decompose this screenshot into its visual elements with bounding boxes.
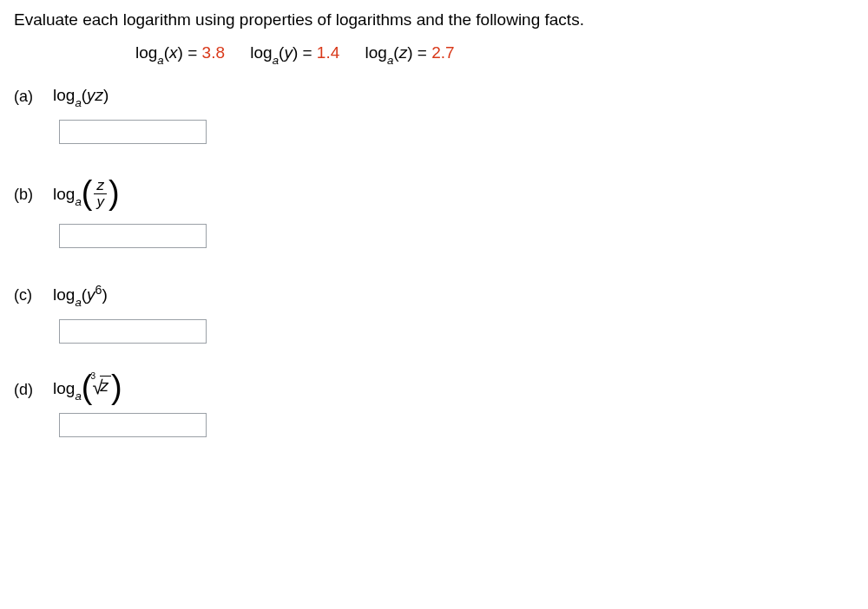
problem-a: (a) loga(yz): [14, 86, 854, 144]
fact-logz: loga(z) = 2.7: [365, 43, 455, 62]
problem-b: (b) loga(zy): [14, 179, 854, 248]
problem-d: (d) loga(3√z): [14, 378, 854, 437]
answer-input-b[interactable]: [59, 224, 207, 248]
answer-input-d[interactable]: [59, 413, 207, 437]
fact-logx: loga(x) = 3.8: [135, 43, 229, 62]
instruction-text: Evaluate each logarithm using properties…: [14, 10, 854, 29]
problem-a-expression: loga(yz): [53, 86, 108, 108]
answer-input-a[interactable]: [59, 120, 207, 144]
cube-root-icon: 3√z: [92, 377, 111, 399]
problem-c: (c) loga(y6): [14, 283, 854, 344]
answer-input-c[interactable]: [59, 319, 207, 344]
fact-logy: loga(y) = 1.4: [250, 43, 344, 62]
problem-c-label: (c): [14, 286, 49, 304]
given-facts: loga(x) = 3.8 loga(y) = 1.4 loga(z) = 2.…: [135, 43, 854, 65]
problem-d-expression: loga(3√z): [53, 378, 122, 401]
problem-b-label: (b): [14, 186, 49, 204]
problem-b-expression: loga(zy): [53, 179, 120, 212]
problem-a-label: (a): [14, 88, 49, 106]
problem-c-expression: loga(y6): [53, 283, 108, 307]
problem-d-label: (d): [14, 381, 49, 399]
